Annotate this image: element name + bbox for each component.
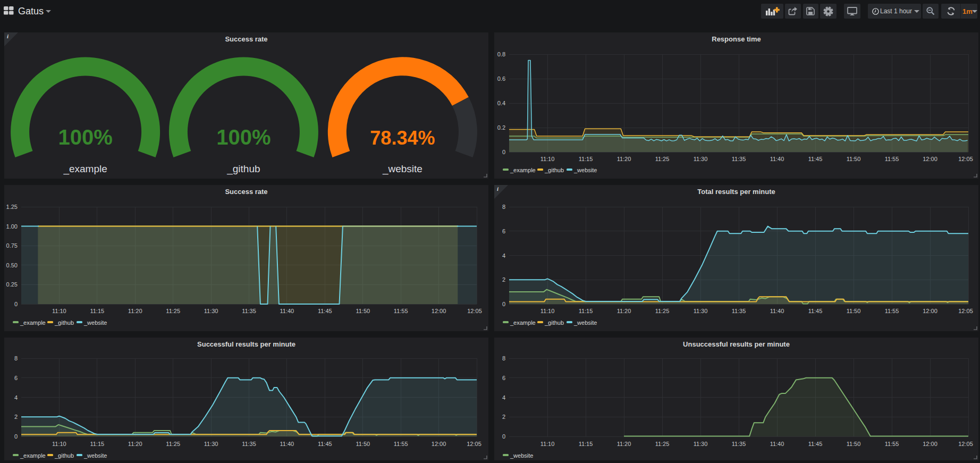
svg-text:11:10: 11:10 (540, 308, 555, 314)
svg-text:11:50: 11:50 (847, 441, 861, 447)
svg-text:6: 6 (14, 375, 18, 381)
svg-text:0.4: 0.4 (497, 100, 505, 106)
svg-text:11:50: 11:50 (356, 308, 370, 314)
svg-text:12:00: 12:00 (923, 441, 937, 447)
svg-text:11:45: 11:45 (318, 308, 332, 314)
svg-text:_github: _github (54, 452, 74, 459)
svg-text:0: 0 (502, 301, 505, 307)
svg-text:_example: _example (63, 163, 107, 175)
svg-text:78.34%: 78.34% (370, 127, 435, 149)
svg-text:11:50: 11:50 (356, 441, 370, 447)
svg-text:_website: _website (382, 163, 423, 175)
svg-text:11:15: 11:15 (90, 308, 104, 314)
svg-text:12:00: 12:00 (432, 308, 446, 314)
svg-text:0.25: 0.25 (6, 281, 18, 288)
svg-text:12:00: 12:00 (923, 308, 937, 314)
svg-text:_website: _website (83, 452, 107, 459)
svg-text:0: 0 (14, 301, 18, 307)
svg-text:_website: _website (573, 167, 597, 173)
svg-text:11:15: 11:15 (579, 156, 593, 162)
svg-text:2: 2 (502, 276, 505, 283)
svg-text:_example: _example (20, 319, 46, 326)
svg-text:1.00: 1.00 (6, 223, 18, 230)
svg-text:8: 8 (14, 355, 18, 361)
svg-text:0.8: 0.8 (497, 51, 505, 57)
svg-text:11:20: 11:20 (617, 441, 631, 447)
svg-text:11:55: 11:55 (885, 441, 899, 447)
svg-text:11:45: 11:45 (808, 156, 823, 162)
svg-text:11:30: 11:30 (694, 308, 708, 314)
svg-text:0.50: 0.50 (6, 262, 18, 268)
svg-text:11:55: 11:55 (885, 308, 899, 314)
svg-text:4: 4 (502, 394, 505, 401)
svg-text:11:40: 11:40 (770, 308, 784, 314)
svg-text:0: 0 (502, 149, 505, 155)
svg-text:0.6: 0.6 (497, 75, 505, 82)
svg-text:11:40: 11:40 (280, 308, 294, 314)
svg-text:0: 0 (14, 433, 18, 440)
svg-text:11:40: 11:40 (770, 156, 784, 162)
svg-text:4: 4 (14, 394, 18, 401)
svg-text:_github: _github (544, 167, 564, 173)
svg-text:11:25: 11:25 (655, 441, 670, 447)
svg-text:11:30: 11:30 (204, 308, 218, 314)
svg-text:11:15: 11:15 (579, 308, 593, 314)
svg-text:11:35: 11:35 (732, 308, 746, 314)
svg-text:11:40: 11:40 (280, 441, 294, 447)
svg-text:1.25: 1.25 (6, 204, 18, 210)
svg-text:8: 8 (502, 355, 505, 361)
svg-text:11:55: 11:55 (394, 441, 408, 447)
svg-text:11:35: 11:35 (242, 308, 256, 314)
svg-text:11:10: 11:10 (540, 156, 555, 162)
svg-text:11:25: 11:25 (166, 441, 180, 447)
svg-text:11:30: 11:30 (694, 441, 708, 447)
svg-text:11:50: 11:50 (847, 308, 861, 314)
svg-text:12:05: 12:05 (467, 308, 482, 314)
svg-text:2: 2 (502, 414, 505, 420)
svg-text:_github: _github (544, 319, 564, 326)
svg-text:11:20: 11:20 (128, 308, 142, 314)
svg-text:11:25: 11:25 (655, 156, 670, 162)
svg-text:12:00: 12:00 (923, 156, 937, 162)
svg-text:11:40: 11:40 (770, 441, 784, 447)
svg-text:11:55: 11:55 (394, 308, 408, 314)
svg-text:_github: _github (226, 163, 260, 175)
svg-text:12:00: 12:00 (432, 441, 446, 447)
svg-text:11:35: 11:35 (242, 441, 256, 447)
svg-text:_website: _website (510, 452, 533, 459)
svg-text:2: 2 (14, 414, 18, 420)
svg-text:8: 8 (502, 204, 505, 210)
svg-text:11:35: 11:35 (732, 156, 746, 162)
svg-text:11:10: 11:10 (52, 441, 66, 447)
svg-text:11:25: 11:25 (166, 308, 180, 314)
svg-text:_example: _example (510, 319, 536, 326)
svg-text:100%: 100% (216, 125, 271, 149)
svg-text:11:15: 11:15 (90, 441, 104, 447)
svg-text:4: 4 (502, 252, 505, 259)
svg-text:0.75: 0.75 (6, 242, 18, 249)
svg-text:11:15: 11:15 (579, 441, 593, 447)
svg-text:_website: _website (83, 319, 107, 326)
svg-text:100%: 100% (58, 125, 112, 149)
svg-text:11:30: 11:30 (204, 441, 218, 447)
svg-text:11:30: 11:30 (694, 156, 708, 162)
svg-text:0: 0 (502, 433, 505, 440)
svg-text:11:55: 11:55 (885, 156, 899, 162)
svg-text:6: 6 (502, 375, 505, 381)
svg-text:11:20: 11:20 (617, 156, 631, 162)
svg-text:11:25: 11:25 (655, 308, 670, 314)
svg-text:_github: _github (54, 319, 74, 326)
svg-text:11:35: 11:35 (732, 441, 746, 447)
svg-text:11:45: 11:45 (318, 441, 332, 447)
svg-text:11:10: 11:10 (52, 308, 66, 314)
svg-text:12:05: 12:05 (958, 441, 973, 447)
svg-text:12:05: 12:05 (958, 308, 973, 314)
svg-text:11:20: 11:20 (128, 441, 142, 447)
svg-text:_website: _website (573, 319, 597, 326)
svg-text:_example: _example (20, 452, 46, 459)
svg-text:12:05: 12:05 (958, 156, 973, 162)
svg-text:6: 6 (502, 228, 505, 234)
svg-text:11:45: 11:45 (808, 308, 823, 314)
svg-text:0.2: 0.2 (497, 124, 505, 131)
svg-text:_example: _example (510, 167, 536, 173)
